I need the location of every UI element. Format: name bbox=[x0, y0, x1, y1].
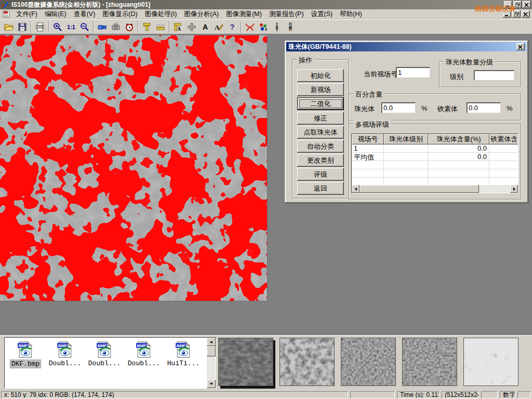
photo-capture-button[interactable] bbox=[109, 21, 123, 33]
pearlite-percent-input[interactable] bbox=[381, 102, 416, 113]
status-blank-1 bbox=[350, 391, 395, 398]
video-capture-button[interactable] bbox=[96, 21, 109, 33]
dialog-close-button[interactable] bbox=[516, 43, 525, 50]
file-item[interactable]: DKF.bmp bbox=[6, 341, 45, 378]
print-button[interactable] bbox=[33, 21, 47, 33]
auto-classify-button[interactable]: 自动分类 bbox=[297, 140, 344, 153]
table-row[interactable]: 平均值 0.0 bbox=[352, 153, 518, 161]
menu-image-analysis[interactable]: 图像分析(A) bbox=[180, 9, 222, 20]
brush-tool-button[interactable] bbox=[284, 21, 297, 33]
return-button[interactable]: 返回 bbox=[297, 182, 344, 195]
close-button[interactable] bbox=[523, 1, 531, 8]
file-item[interactable]: HuiTi... bbox=[164, 341, 203, 378]
menu-image-display[interactable]: 图像显示(D) bbox=[99, 9, 141, 20]
cell-grade bbox=[384, 153, 428, 161]
grade-button[interactable]: 评级 bbox=[297, 168, 344, 181]
minimize-button[interactable] bbox=[504, 1, 512, 8]
mdi-child-controls bbox=[503, 10, 530, 18]
col-field-no[interactable]: 视场号 bbox=[352, 134, 384, 144]
menu-image-measure[interactable]: 图像测量(M) bbox=[222, 9, 265, 20]
menu-image-process[interactable]: 图像处理(I) bbox=[141, 9, 181, 20]
col-ferrite-amount[interactable]: 铁素体含量(%) bbox=[489, 134, 518, 144]
window-title: IS100显微摄像系统(金相分析版) - [zhuguangti01] bbox=[11, 1, 150, 9]
thumbnail-3[interactable] bbox=[341, 338, 396, 386]
classify-tool-button[interactable]: 3 bbox=[257, 21, 270, 33]
correct-button[interactable]: 修正 bbox=[297, 112, 344, 125]
metallographic-image[interactable] bbox=[0, 35, 268, 301]
status-bar: x: 510 y: 79 idx: 0 RGB: (174, 174, 174)… bbox=[0, 391, 532, 399]
cell-ferrite bbox=[489, 153, 518, 161]
menu-measure-report[interactable]: 测量报告(P) bbox=[265, 9, 308, 20]
thumbnail-5[interactable] bbox=[463, 338, 518, 386]
ruler-measure-button[interactable] bbox=[154, 21, 167, 33]
child-minimize-button[interactable] bbox=[503, 10, 511, 18]
pick-pearlite-button[interactable]: 点取珠光体 bbox=[297, 126, 344, 139]
file-item[interactable]: Doubl... bbox=[85, 341, 124, 378]
scrollbar-track[interactable] bbox=[360, 185, 510, 193]
grade-input[interactable] bbox=[474, 70, 514, 81]
scrollbar-thumb[interactable] bbox=[207, 346, 216, 356]
window-controls bbox=[504, 1, 531, 8]
current-field-input[interactable] bbox=[396, 67, 430, 78]
file-name: Doubl... bbox=[48, 360, 82, 367]
child-close-button[interactable] bbox=[522, 10, 530, 18]
actual-size-button[interactable]: 1:1 bbox=[64, 21, 78, 33]
menu-file[interactable]: 文件(F) bbox=[12, 9, 41, 20]
down-arrow-icon bbox=[210, 383, 213, 385]
help-button[interactable]: ? bbox=[225, 21, 239, 33]
ferrite-percent-input[interactable] bbox=[467, 102, 501, 113]
restore-button[interactable] bbox=[513, 1, 522, 8]
change-class-button[interactable]: 更改类别 bbox=[297, 154, 344, 167]
timer-capture-button[interactable] bbox=[123, 21, 136, 33]
curve-tool-button[interactable] bbox=[243, 21, 257, 33]
pearlite-dialog: 珠光体(GB/T9441-88) 操作 初始化 新视场 二值化 修正 点取珠光体… bbox=[285, 41, 528, 203]
init-button[interactable]: 初始化 bbox=[297, 69, 344, 82]
letter-a-icon: A bbox=[203, 23, 208, 31]
child-restore-button[interactable] bbox=[512, 10, 521, 18]
zoom-out-button[interactable] bbox=[78, 21, 91, 33]
rating-table-header: 视场号 珠光体级别 珠光体含量(%) 铁素体含量(%) bbox=[352, 134, 518, 144]
scrollbar-thumb[interactable] bbox=[360, 185, 479, 193]
toolbar: 1:1 bbox=[0, 19, 532, 34]
table-row[interactable]: 1 0.0 bbox=[352, 144, 518, 153]
annotate-icon: A bbox=[214, 22, 224, 32]
col-pearlite-grade[interactable]: 珠光体级别 bbox=[384, 134, 428, 144]
text-tool-button[interactable]: A bbox=[198, 21, 212, 33]
menu-edit[interactable]: 编辑(E) bbox=[41, 9, 70, 20]
save-button[interactable] bbox=[16, 21, 29, 33]
menu-view[interactable]: 查看(V) bbox=[70, 9, 99, 20]
menu-help[interactable]: 帮助(H) bbox=[336, 9, 365, 20]
dialog-title-bar[interactable]: 珠光体(GB/T9441-88) bbox=[286, 42, 527, 51]
new-field-button[interactable]: 新视场 bbox=[297, 83, 344, 96]
scroll-left-button[interactable] bbox=[352, 185, 360, 193]
measure-font-button[interactable]: A bbox=[171, 21, 185, 33]
thumbnail-4[interactable] bbox=[402, 338, 457, 386]
table-horizontal-scrollbar[interactable] bbox=[352, 185, 518, 193]
bmp-file-icon bbox=[96, 341, 113, 358]
menu-settings[interactable]: 设置(S) bbox=[308, 9, 337, 20]
file-list-scrollbar[interactable] bbox=[207, 338, 216, 388]
svg-text:A: A bbox=[177, 26, 181, 32]
binarize-button[interactable]: 二值化 bbox=[297, 97, 344, 110]
document-icon[interactable] bbox=[2, 10, 10, 18]
svg-text:3: 3 bbox=[265, 28, 267, 31]
toolbar-separator bbox=[169, 21, 170, 33]
file-item[interactable]: Doubl... bbox=[45, 341, 85, 378]
scroll-right-button[interactable] bbox=[510, 185, 518, 193]
move-tool-button[interactable] bbox=[185, 21, 198, 33]
annotate-tool-button[interactable]: A bbox=[212, 21, 225, 33]
col-pearlite-amount[interactable]: 珠光体含量(%) bbox=[428, 134, 489, 144]
cell-pearlite: 0.0 bbox=[428, 153, 489, 161]
curve-icon bbox=[245, 22, 255, 32]
file-item[interactable]: Doubl... bbox=[124, 341, 164, 378]
scroll-up-button[interactable] bbox=[207, 338, 216, 346]
scroll-down-button[interactable] bbox=[207, 380, 216, 388]
picker-tool-button[interactable] bbox=[270, 21, 284, 33]
zoom-in-button[interactable] bbox=[51, 21, 64, 33]
operation-group-label: 操作 bbox=[297, 56, 314, 65]
thumbnail-2[interactable] bbox=[280, 338, 335, 386]
open-file-button[interactable] bbox=[2, 21, 16, 33]
thumbnail-1[interactable] bbox=[218, 338, 273, 386]
caliper-measure-button[interactable] bbox=[140, 21, 154, 33]
percent-group-label: 百分含量 bbox=[353, 90, 384, 99]
